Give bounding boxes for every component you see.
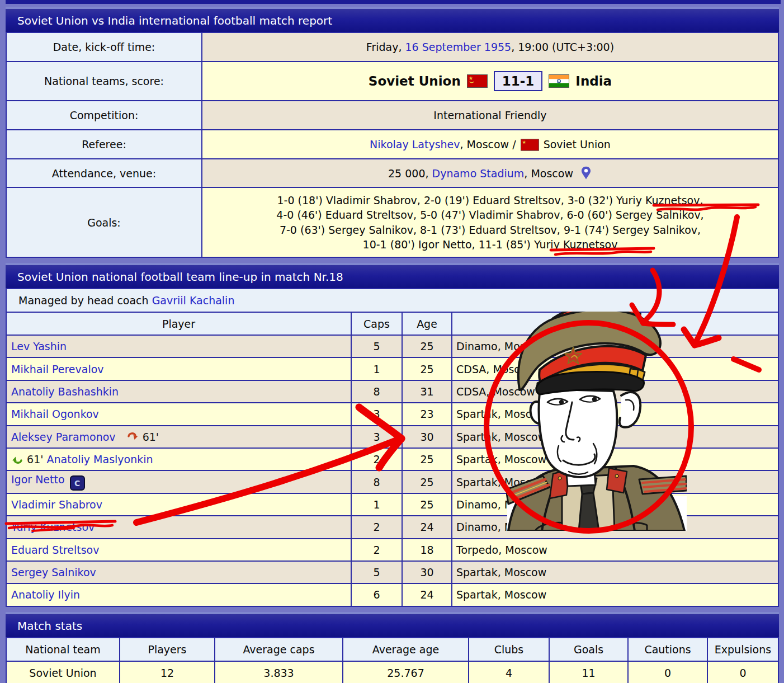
lineup-header: Soviet Union national football team line… (6, 263, 779, 288)
caps-cell: 1 (351, 357, 402, 380)
date-link[interactable]: 16 September 1955 (405, 41, 512, 53)
stat-col-expulsions: Expulsions (707, 638, 778, 661)
location-pin-icon[interactable] (580, 166, 592, 181)
coach-row: Managed by head coach Gavriil Kachalin (6, 289, 778, 312)
stat-avg-caps: 3.833 (215, 661, 343, 683)
stats-column-headers: National team Players Average caps Avera… (6, 638, 778, 661)
coach-prefix: Managed by head coach (18, 294, 152, 307)
match-stats-header: Match stats (6, 612, 779, 637)
caps-cell: 2 (351, 516, 402, 538)
stat-col-players: Players (120, 638, 215, 661)
player-link[interactable]: Yuriy Kuznetsov (11, 521, 95, 533)
referee-row: Referee: Nikolay Latyshev, Moscow / Sovi… (6, 130, 778, 159)
caps-cell: 8 (351, 470, 402, 493)
stat-col-clubs: Clubs (469, 638, 549, 661)
col-club: Club (452, 312, 778, 335)
score-box: 11-1 (494, 71, 543, 91)
player-link[interactable]: Anatoliy Bashashkin (11, 385, 119, 398)
player-link[interactable]: Anatoliy Ilyin (11, 588, 80, 601)
caps-cell: 5 (351, 335, 402, 357)
caps-cell: 1 (351, 493, 402, 516)
age-cell: 31 (402, 380, 452, 403)
referee-link[interactable]: Nikolay Latyshev (370, 138, 460, 150)
col-age: Age (402, 312, 452, 335)
player-link[interactable]: Mikhail Ogonkov (11, 408, 99, 420)
stadium-link[interactable]: Dynamo Stadium (432, 167, 525, 180)
lineup-column-headers: Player Caps Age Club (6, 312, 778, 335)
goals-value: 1-0 (18') Vladimir Shabrov, 2-0 (19') Ed… (202, 187, 778, 257)
previous-table-edge (6, 0, 781, 4)
age-cell: 25 (402, 448, 452, 470)
age-cell: 23 (402, 403, 452, 425)
player-row: Eduard Streltsov 2 18 Torpedo, Moscow (6, 539, 778, 561)
goals-row: Goals: 1-0 (18') Vladimir Shabrov, 2-0 (… (6, 187, 778, 257)
player-row: Anatoliy Bashashkin 8 31 CDSA, Moscow (6, 380, 778, 403)
club-cell: Spartak, Moscow (452, 470, 778, 493)
date-value: Friday, 16 September 1955, 19:00 (UTC+3:… (202, 32, 778, 62)
lineup-panel: Soviet Union national football team line… (6, 263, 779, 607)
age-cell: 25 (402, 357, 452, 380)
competition-value: International Friendly (202, 101, 778, 130)
player-row: Vladimir Shabrov 1 25 Dinamo, Moscow (6, 493, 778, 516)
sub-on-minute: 61' (27, 453, 43, 465)
match-report-page: Soviet Union vs India international foot… (0, 0, 784, 683)
stat-col-goals: Goals (549, 638, 628, 661)
player-row: Mikhail Perevalov 1 25 CDSA, Moscow (6, 357, 778, 380)
stats-row: Soviet Union 12 3.833 25.767 4 11 0 0 (6, 661, 778, 683)
player-link[interactable]: Lev Yashin (11, 340, 67, 352)
player-row: Igor NettoC 8 25 Spartak, Moscow (6, 470, 778, 493)
player-row: 61' Anatoliy Maslyonkin 2 25 Spartak, Mo… (6, 448, 778, 470)
age-cell: 30 (402, 426, 452, 448)
goals-line: 7-0 (63') Sergey Salnikov, 8-1 (73') Edu… (202, 223, 778, 238)
stat-cautions: 0 (628, 661, 707, 683)
score-value: Soviet Union 11-1 India (202, 62, 778, 101)
player-row: Sergey Salnikov 5 30 Spartak, Moscow (6, 561, 778, 583)
col-caps: Caps (351, 312, 402, 335)
player-link[interactable]: Mikhail Perevalov (11, 363, 104, 375)
club-cell: Spartak, Moscow (452, 403, 778, 425)
age-cell: 25 (402, 470, 452, 493)
stat-col-avg-caps: Average caps (215, 638, 343, 661)
match-info-table: Date, kick-off time: Friday, 16 Septembe… (6, 32, 779, 258)
player-link[interactable]: Aleksey Paramonov (11, 431, 116, 443)
referee-value: Nikolay Latyshev, Moscow / Soviet Union (202, 130, 778, 159)
club-cell: Dinamo, Moscow (452, 516, 778, 538)
india-flag-icon (549, 74, 569, 88)
lineup-title: Soviet Union national football team line… (17, 270, 343, 284)
attendance-row: Attendance, venue: 25 000, Dynamo Stadiu… (6, 159, 778, 187)
club-cell: CDSA, Moscow (452, 380, 778, 403)
caps-cell: 8 (351, 380, 402, 403)
attendance-label: Attendance, venue: (6, 159, 202, 187)
player-row: Aleksey Paramonov 61' 3 30 Spartak, Mosc… (6, 426, 778, 448)
date-row: Date, kick-off time: Friday, 16 Septembe… (6, 32, 778, 62)
caps-cell: 5 (351, 561, 402, 583)
sub-off-minute: 61' (143, 431, 159, 443)
coach-link[interactable]: Gavriil Kachalin (152, 294, 235, 307)
age-cell: 25 (402, 335, 452, 357)
sub-off-icon (127, 433, 139, 445)
club-cell: Spartak, Moscow (452, 448, 778, 470)
player-link[interactable]: Vladimir Shabrov (11, 498, 102, 511)
referee-label: Referee: (6, 130, 202, 159)
player-link[interactable]: Eduard Streltsov (11, 544, 99, 556)
competition-label: Competition: (6, 101, 202, 130)
stat-expulsions: 0 (707, 661, 778, 683)
caps-cell: 2 (351, 448, 402, 470)
club-cell: Torpedo, Moscow (452, 539, 778, 561)
goals-line: 10-1 (80') Igor Netto, 11-1 (85') Yuriy … (202, 237, 778, 252)
sub-on-icon (11, 455, 23, 468)
goals-label: Goals: (6, 187, 202, 257)
lineup-table: Managed by head coach Gavriil Kachalin P… (6, 288, 779, 607)
ussr-flag-icon (467, 74, 488, 88)
captain-badge-icon: C (70, 475, 85, 491)
away-team-name: India (575, 74, 612, 88)
date-label: Date, kick-off time: (6, 32, 202, 62)
match-report-header: Soviet Union vs India international foot… (6, 7, 779, 32)
stat-players: 12 (120, 661, 215, 683)
player-link[interactable]: Sergey Salnikov (11, 566, 96, 578)
age-cell: 30 (402, 561, 452, 583)
stat-col-cautions: Cautions (628, 638, 707, 661)
stat-team: Soviet Union (6, 661, 120, 683)
player-link[interactable]: Anatoliy Maslyonkin (47, 453, 153, 465)
player-link[interactable]: Igor Netto (11, 473, 65, 486)
